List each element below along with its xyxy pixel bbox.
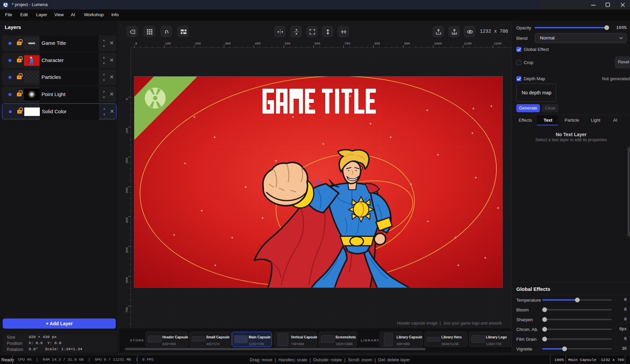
svg-text:400: 400	[125, 217, 129, 223]
svg-text:500: 500	[285, 42, 291, 46]
svg-text:800: 800	[374, 42, 380, 46]
svg-text:900: 900	[404, 42, 410, 46]
svg-text:300: 300	[225, 42, 230, 46]
svg-text:0: 0	[135, 42, 137, 46]
svg-text:1200: 1200	[494, 42, 501, 46]
svg-text:400: 400	[255, 42, 261, 46]
svg-text:600: 600	[125, 277, 129, 283]
svg-text:500: 500	[125, 247, 129, 253]
svg-text:700: 700	[345, 42, 350, 46]
svg-text:300: 300	[125, 187, 129, 193]
svg-text:200: 200	[195, 42, 201, 46]
svg-text:700: 700	[125, 307, 129, 312]
svg-text:1100: 1100	[464, 42, 472, 46]
svg-text:0: 0	[125, 98, 129, 100]
svg-text:600: 600	[314, 42, 320, 46]
svg-text:200: 200	[125, 158, 129, 163]
svg-text:1000: 1000	[434, 42, 442, 46]
svg-text:100: 100	[165, 42, 171, 46]
svg-text:100: 100	[125, 128, 129, 133]
